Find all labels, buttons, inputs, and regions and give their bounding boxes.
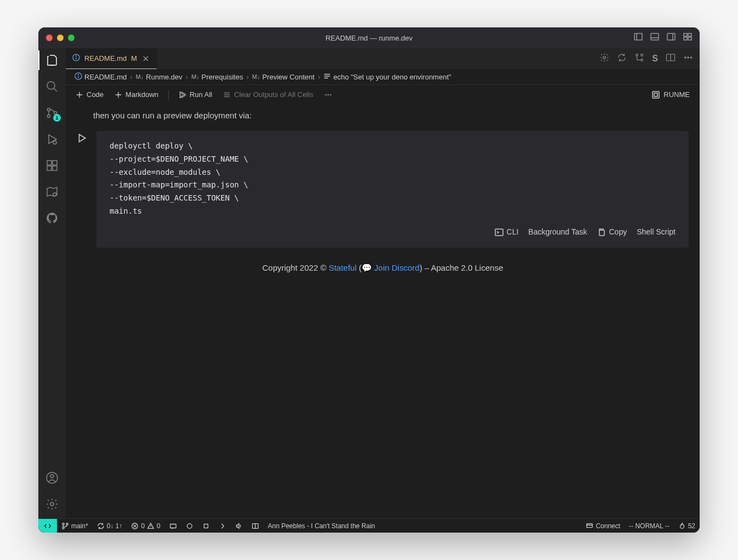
svg-point-37 bbox=[688, 57, 689, 58]
run-all-button[interactable]: Run All bbox=[175, 88, 215, 101]
cli-action[interactable]: CLI bbox=[495, 226, 519, 239]
markdown-icon: M↓ bbox=[191, 73, 199, 80]
svg-marker-15 bbox=[49, 135, 56, 144]
notebook-content: then you can run a preview deployment vi… bbox=[66, 104, 700, 518]
gear-icon[interactable] bbox=[599, 53, 609, 65]
toggle-panel-left-icon[interactable] bbox=[634, 32, 643, 43]
svg-point-54 bbox=[325, 94, 327, 95]
svg-point-64 bbox=[66, 523, 68, 525]
svg-point-13 bbox=[48, 115, 50, 118]
more-actions-icon[interactable] bbox=[683, 53, 693, 65]
tab-modified-indicator: M bbox=[131, 54, 137, 62]
git-branch-status[interactable]: main* bbox=[57, 519, 93, 533]
breadcrumb-item[interactable]: echo "Set up your deno environment" bbox=[323, 72, 451, 82]
shell-script-action[interactable]: Shell Script bbox=[637, 226, 676, 239]
next-icon[interactable] bbox=[214, 519, 231, 533]
markdown-text: then you can run a preview deployment vi… bbox=[77, 108, 689, 128]
svg-point-38 bbox=[690, 57, 691, 58]
svg-rect-6 bbox=[684, 33, 687, 36]
minimize-window-button[interactable] bbox=[57, 35, 64, 41]
svg-point-55 bbox=[328, 94, 329, 95]
titlebar: README.md — runme.dev bbox=[38, 27, 700, 48]
svg-marker-59 bbox=[79, 134, 85, 142]
activity-bar: 1 bbox=[38, 48, 66, 518]
svg-point-30 bbox=[603, 56, 606, 59]
more-toolbar-icon[interactable] bbox=[321, 89, 335, 101]
remote-button[interactable] bbox=[38, 519, 57, 533]
breadcrumb-item[interactable]: M↓ Prerequisites bbox=[191, 73, 243, 81]
breadcrumb-item[interactable]: README.md bbox=[75, 72, 127, 82]
errors-status[interactable]: 0 0 bbox=[127, 519, 164, 533]
svg-point-71 bbox=[187, 523, 192, 528]
svg-rect-20 bbox=[53, 166, 57, 170]
svg-point-62 bbox=[62, 523, 65, 525]
explorer-icon[interactable] bbox=[44, 53, 60, 68]
flame-status[interactable]: 52 bbox=[674, 522, 700, 530]
customize-layout-icon[interactable] bbox=[683, 32, 692, 43]
code-cell-actions: CLI Background Task Copy Shell Script bbox=[110, 226, 676, 239]
breadcrumb: README.md › M↓ Runme.dev › M↓ Prerequisi… bbox=[66, 69, 700, 84]
svg-rect-4 bbox=[667, 33, 675, 40]
clear-outputs-button[interactable]: Clear Outputs of All Cells bbox=[220, 88, 317, 101]
circle-icon[interactable] bbox=[181, 519, 198, 533]
compare-icon[interactable] bbox=[634, 53, 644, 65]
settings-gear-icon[interactable] bbox=[44, 496, 60, 512]
editor-actions: S bbox=[593, 48, 700, 69]
search-icon[interactable] bbox=[44, 79, 60, 94]
stateful-link[interactable]: Stateful bbox=[329, 263, 357, 272]
run-cell-button[interactable] bbox=[77, 131, 92, 248]
connect-status[interactable]: Connect bbox=[581, 522, 625, 530]
code-line: --exclude=node_modules \ bbox=[110, 166, 676, 179]
tab-readme[interactable]: README.md M bbox=[66, 48, 157, 69]
run-debug-icon[interactable] bbox=[44, 132, 60, 147]
background-task-action[interactable]: Background Task bbox=[528, 226, 587, 239]
vscode-window: README.md — runme.dev 1 bbox=[38, 27, 700, 533]
close-window-button[interactable] bbox=[46, 35, 53, 41]
sync-status[interactable]: 0↓ 1↑ bbox=[93, 519, 127, 533]
add-code-button[interactable]: Code bbox=[72, 88, 107, 101]
map-icon[interactable] bbox=[44, 184, 60, 199]
svg-rect-9 bbox=[688, 37, 691, 40]
svg-line-11 bbox=[54, 88, 57, 92]
svg-point-12 bbox=[48, 108, 50, 111]
main-area: 1 bbox=[38, 48, 700, 518]
toggle-panel-bottom-icon[interactable] bbox=[650, 32, 659, 43]
copy-action[interactable]: Copy bbox=[597, 226, 627, 239]
svg-rect-18 bbox=[53, 161, 57, 165]
accounts-icon[interactable] bbox=[44, 470, 60, 485]
s-icon[interactable]: S bbox=[652, 54, 658, 64]
code-line-icon bbox=[323, 72, 331, 82]
extensions-icon[interactable] bbox=[44, 158, 60, 173]
tab-close-button[interactable] bbox=[141, 54, 150, 63]
split-editor-icon[interactable] bbox=[666, 53, 676, 65]
breadcrumb-item[interactable]: M↓ Preview Content bbox=[252, 73, 314, 81]
editor-area: README.md M S bbox=[66, 48, 700, 518]
svg-point-41 bbox=[78, 74, 79, 75]
breadcrumb-item[interactable]: M↓ Runme.dev bbox=[136, 73, 182, 81]
now-playing-status[interactable]: Ann Peebles - I Can't Stand the Rain bbox=[264, 519, 380, 533]
svg-marker-49 bbox=[180, 92, 185, 98]
code-block[interactable]: deployctl deploy \ --project=$DENO_PROJE… bbox=[96, 131, 689, 248]
book-icon[interactable] bbox=[247, 519, 264, 533]
runme-kernel-button[interactable]: RUNME bbox=[648, 88, 693, 101]
speaker-icon[interactable] bbox=[231, 519, 247, 533]
tab-filename: README.md bbox=[84, 54, 127, 62]
source-control-icon[interactable]: 1 bbox=[44, 105, 60, 121]
maximize-window-button[interactable] bbox=[68, 35, 75, 41]
stop-icon[interactable] bbox=[198, 519, 214, 533]
loop-icon[interactable] bbox=[617, 53, 627, 65]
svg-rect-58 bbox=[654, 93, 657, 96]
toggle-panel-right-icon[interactable] bbox=[667, 32, 676, 43]
svg-point-63 bbox=[62, 527, 65, 529]
window-title: README.md — runme.dev bbox=[325, 34, 413, 42]
chevron-right-icon: › bbox=[247, 73, 249, 81]
github-icon[interactable] bbox=[44, 210, 60, 226]
svg-rect-75 bbox=[587, 523, 593, 527]
info-icon bbox=[72, 54, 80, 63]
discord-link[interactable]: Join Discord bbox=[374, 263, 420, 272]
add-markdown-button[interactable]: Markdown bbox=[111, 88, 162, 101]
svg-point-36 bbox=[685, 57, 686, 58]
ports-icon[interactable] bbox=[165, 519, 181, 533]
status-bar: main* 0↓ 1↑ 0 0 Ann Pee bbox=[38, 518, 700, 533]
code-line: main.ts bbox=[110, 205, 676, 218]
